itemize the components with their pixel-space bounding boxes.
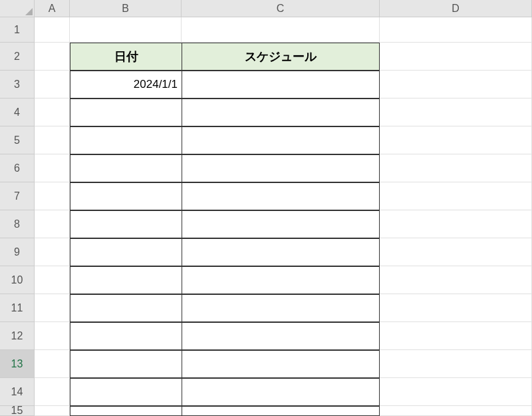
row-2: 2 日付 スケジュール [0,43,532,71]
cell-a12[interactable] [35,322,70,350]
cell-d10[interactable] [380,266,532,294]
cell-c13[interactable] [182,350,380,378]
cell-a8[interactable] [35,210,70,238]
cell-b8[interactable] [70,210,182,238]
cell-a3[interactable] [35,71,70,99]
row-11: 11 [0,294,532,322]
cell-c5[interactable] [182,126,380,154]
row-10: 10 [0,266,532,294]
row-13: 13 [0,350,532,378]
row-header-5[interactable]: 5 [0,126,35,154]
cell-c10[interactable] [182,266,380,294]
cell-b4[interactable] [70,99,182,126]
cell-d15[interactable] [380,406,532,416]
row-header-6[interactable]: 6 [0,154,35,182]
cell-d7[interactable] [380,182,532,210]
row-6: 6 [0,154,532,182]
cell-c12[interactable] [182,322,380,350]
cell-a4[interactable] [35,99,70,126]
cell-a6[interactable] [35,154,70,182]
cell-b10[interactable] [70,266,182,294]
cell-a10[interactable] [35,266,70,294]
cell-d5[interactable] [380,126,532,154]
row-5: 5 [0,126,532,154]
cell-a2[interactable] [35,43,70,71]
column-header-d[interactable]: D [380,0,532,17]
row-header-3[interactable]: 3 [0,71,35,99]
cell-a1[interactable] [35,17,70,43]
cell-d3[interactable] [380,71,532,99]
spreadsheet-grid: A B C D 1 2 日付 スケジュール 3 2024/1/1 4 5 [0,0,532,416]
row-header-7[interactable]: 7 [0,182,35,210]
cell-d12[interactable] [380,322,532,350]
cell-d13[interactable] [380,350,532,378]
cell-c4[interactable] [182,99,380,126]
cell-c1[interactable] [182,17,380,43]
row-header-15[interactable]: 15 [0,406,35,416]
cell-c3[interactable] [182,71,380,99]
row-9: 9 [0,238,532,266]
row-14: 14 [0,378,532,406]
cell-b11[interactable] [70,294,182,322]
cell-a5[interactable] [35,126,70,154]
row-header-8[interactable]: 8 [0,210,35,238]
cell-b1[interactable] [70,17,182,43]
cell-d6[interactable] [380,154,532,182]
cell-c14[interactable] [182,378,380,406]
cell-d1[interactable] [380,17,532,43]
cell-b6[interactable] [70,154,182,182]
cell-b9[interactable] [70,238,182,266]
row-15: 15 [0,406,532,416]
cell-c6[interactable] [182,154,380,182]
row-header-10[interactable]: 10 [0,266,35,294]
cell-b13[interactable] [70,350,182,378]
cell-a13[interactable] [35,350,70,378]
row-8: 8 [0,210,532,238]
cell-d2[interactable] [380,43,532,71]
cell-d14[interactable] [380,378,532,406]
cell-a14[interactable] [35,378,70,406]
cell-c2-schedule-header[interactable]: スケジュール [182,43,380,71]
cell-c7[interactable] [182,182,380,210]
cell-b15[interactable] [70,406,182,416]
row-4: 4 [0,99,532,126]
row-1: 1 [0,17,532,43]
cell-c8[interactable] [182,210,380,238]
cell-a9[interactable] [35,238,70,266]
cell-c15[interactable] [182,406,380,416]
cell-d11[interactable] [380,294,532,322]
row-header-4[interactable]: 4 [0,99,35,126]
cell-b14[interactable] [70,378,182,406]
cell-d4[interactable] [380,99,532,126]
cell-c9[interactable] [182,238,380,266]
row-header-11[interactable]: 11 [0,294,35,322]
cell-b3-date-value[interactable]: 2024/1/1 [70,71,182,99]
cell-b2-date-header[interactable]: 日付 [70,43,182,71]
cell-b12[interactable] [70,322,182,350]
column-headers-row: A B C D [0,0,532,17]
row-header-1[interactable]: 1 [0,17,35,43]
row-header-2[interactable]: 2 [0,43,35,71]
cell-a7[interactable] [35,182,70,210]
cell-a11[interactable] [35,294,70,322]
row-header-9[interactable]: 9 [0,238,35,266]
cell-c11[interactable] [182,294,380,322]
row-7: 7 [0,182,532,210]
row-header-12[interactable]: 12 [0,322,35,350]
cell-b7[interactable] [70,182,182,210]
row-header-14[interactable]: 14 [0,378,35,406]
column-header-c[interactable]: C [182,0,380,17]
cell-a15[interactable] [35,406,70,416]
cell-d8[interactable] [380,210,532,238]
row-header-13[interactable]: 13 [0,350,35,378]
select-all-corner[interactable] [0,0,35,17]
column-header-a[interactable]: A [35,0,70,17]
column-header-b[interactable]: B [70,0,182,17]
row-3: 3 2024/1/1 [0,71,532,99]
cell-d9[interactable] [380,238,532,266]
cell-b5[interactable] [70,126,182,154]
row-12: 12 [0,322,532,350]
